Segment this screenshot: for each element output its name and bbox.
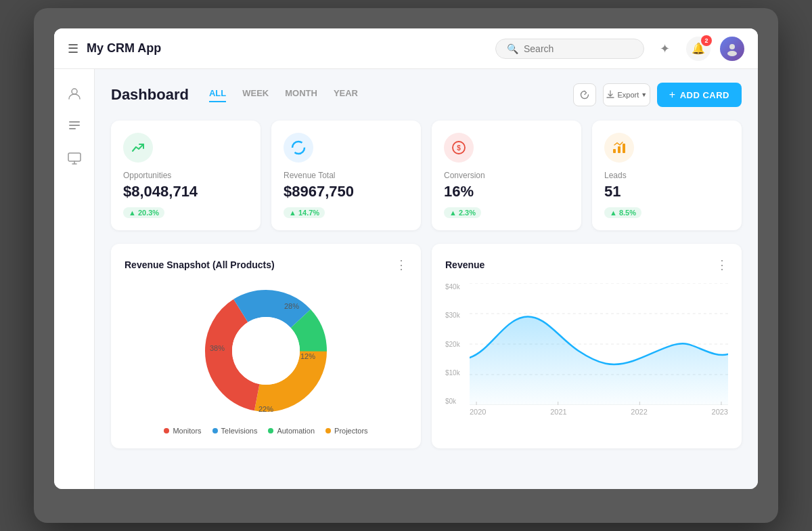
tab-all[interactable]: ALL (209, 88, 226, 102)
conversion-label: Conversion (444, 171, 569, 180)
leads-badge: ▲ 8.5% (604, 207, 641, 218)
revenue-label: Revenue Total (284, 171, 409, 180)
x-axis-labels: 2020 2021 2022 2023 (470, 405, 728, 416)
main-layout: Dashboard ALL WEEK MONTH YEAR (54, 69, 758, 489)
notification-badge: 2 (701, 35, 712, 46)
donut-container: 28% 12% 22% 38% Monitors (125, 283, 407, 435)
conversion-icon: $ (444, 133, 474, 163)
televisions-label: Televisions (221, 427, 258, 435)
y-label-10k: $10k (445, 369, 460, 377)
area-chart-wrapper: $40k $30k $20k $10k $0k (445, 283, 728, 416)
header-actions: Export ▼ + ADD CARD (573, 83, 742, 107)
svg-rect-12 (623, 144, 625, 153)
dropdown-chevron: ▼ (641, 91, 647, 98)
add-card-button[interactable]: + ADD CARD (657, 83, 742, 107)
legend-televisions: Televisions (212, 427, 258, 435)
svg-point-7 (292, 142, 304, 154)
svg-text:38%: 38% (210, 344, 225, 352)
add-icon: + (669, 89, 676, 101)
metric-card-revenue: Revenue Total $8967,750 ▲ 14.7% (271, 121, 421, 230)
y-label-40k: $40k (445, 283, 460, 291)
svg-text:28%: 28% (284, 302, 299, 310)
projectors-label: Projectors (334, 427, 368, 435)
donut-chart-title: Revenue Snapshot (All Products) (125, 259, 275, 270)
conversion-badge: ▲ 2.3% (444, 207, 481, 218)
svg-rect-11 (618, 146, 621, 153)
sidebar-item-monitor[interactable] (61, 145, 88, 172)
sidebar-item-list[interactable] (61, 112, 88, 140)
revenue-badge: ▲ 14.7% (284, 207, 325, 218)
metric-card-conversion: $ Conversion 16% ▲ 2.3% (432, 121, 581, 230)
automation-label: Automation (277, 427, 315, 435)
donut-chart-svg: 28% 12% 22% 38% (198, 283, 334, 419)
svg-rect-6 (68, 153, 81, 161)
donut-chart-card: Revenue Snapshot (All Products) ⋮ (111, 244, 421, 448)
opportunities-label: Opportunities (123, 171, 248, 180)
page-title: Dashboard (111, 86, 189, 104)
svg-text:$: $ (457, 144, 461, 152)
tab-month[interactable]: MONTH (285, 88, 317, 102)
svg-point-2 (72, 89, 77, 94)
hamburger-icon[interactable]: ☰ (68, 41, 78, 56)
legend-monitors: Monitors (164, 427, 201, 435)
tab-year[interactable]: YEAR (334, 88, 358, 102)
notification-button[interactable]: 🔔 2 (686, 37, 710, 61)
device-frame: ☰ My CRM App 🔍 ✦ 🔔 2 (34, 8, 778, 523)
app-window: ☰ My CRM App 🔍 ✦ 🔔 2 (54, 28, 758, 489)
search-icon: 🔍 (507, 43, 518, 54)
x-label-2023: 2023 (712, 408, 728, 416)
search-box[interactable]: 🔍 (495, 39, 644, 59)
add-card-label: ADD CARD (680, 90, 729, 100)
monitors-dot (164, 428, 169, 433)
revenue-icon (284, 133, 313, 163)
svg-point-1 (727, 51, 737, 56)
area-chart-svg (470, 283, 728, 405)
leads-label: Leads (604, 171, 729, 180)
metric-card-leads: Leads 51 ▲ 8.5% (592, 121, 742, 230)
charts-row: Revenue Snapshot (All Products) ⋮ (111, 244, 742, 448)
export-label: Export (617, 91, 639, 99)
avatar[interactable] (720, 37, 744, 61)
svg-rect-10 (613, 149, 616, 153)
sidebar-item-contacts[interactable] (61, 80, 88, 107)
metric-card-opportunities: Opportunities $8,048,714 ▲ 20.3% (111, 121, 261, 230)
televisions-dot (212, 428, 218, 433)
area-chart-title: Revenue (445, 259, 484, 270)
dashboard-header: Dashboard ALL WEEK MONTH YEAR (111, 83, 742, 107)
revenue-value: $8967,750 (284, 183, 409, 200)
area-chart-header: Revenue ⋮ (445, 257, 728, 272)
area-chart-card: Revenue ⋮ $40k $30k $20k $10k $0k (432, 244, 742, 448)
leads-icon (604, 133, 634, 163)
app-title: My CRM App (87, 41, 487, 56)
x-label-2021: 2021 (550, 408, 566, 416)
top-icons: ✦ 🔔 2 (652, 37, 744, 61)
main-content: Dashboard ALL WEEK MONTH YEAR (95, 69, 758, 489)
search-input[interactable] (524, 43, 625, 54)
svg-point-17 (232, 317, 300, 385)
top-bar: ☰ My CRM App 🔍 ✦ 🔔 2 (54, 28, 758, 69)
area-menu-button[interactable]: ⋮ (716, 257, 728, 272)
tabs: ALL WEEK MONTH YEAR (209, 88, 560, 102)
donut-legend: Monitors Televisions Automation (164, 427, 367, 435)
export-button[interactable]: Export ▼ (603, 83, 650, 106)
opportunities-value: $8,048,714 (123, 183, 248, 200)
legend-projectors: Projectors (325, 427, 368, 435)
opportunities-icon (123, 133, 153, 163)
donut-menu-button[interactable]: ⋮ (395, 257, 407, 272)
metric-cards: Opportunities $8,048,714 ▲ 20.3% Revenue… (111, 121, 742, 230)
svg-text:12%: 12% (300, 352, 315, 360)
refresh-button[interactable] (573, 83, 596, 106)
y-label-0k: $0k (445, 398, 460, 405)
svg-point-0 (729, 44, 735, 49)
monitors-label: Monitors (173, 427, 201, 435)
svg-rect-4 (69, 125, 80, 126)
sidebar (54, 69, 95, 489)
svg-text:22%: 22% (258, 405, 273, 413)
tab-week[interactable]: WEEK (242, 88, 269, 102)
conversion-value: 16% (444, 183, 569, 200)
leads-value: 51 (604, 183, 729, 200)
x-label-2022: 2022 (631, 408, 647, 416)
opportunities-badge: ▲ 20.3% (123, 207, 164, 218)
projectors-dot (325, 428, 331, 433)
settings-button[interactable]: ✦ (652, 37, 677, 61)
